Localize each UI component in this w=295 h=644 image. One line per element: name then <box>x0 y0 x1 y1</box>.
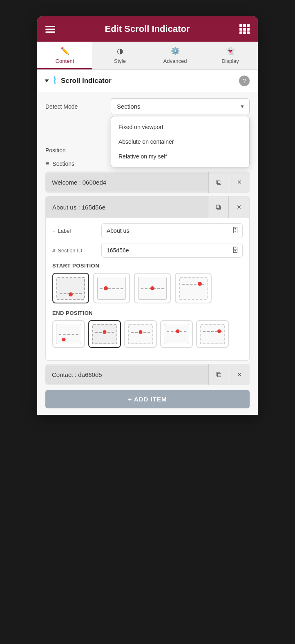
stack-icon-section-id: 🗄 <box>232 247 239 254</box>
detect-mode-row: Detect Mode Sections Elements ▼ Fixed on… <box>45 98 250 114</box>
lines-icon: ≡ <box>45 160 49 167</box>
contact-actions: ⧉ × <box>208 364 250 385</box>
label-icon: ≡ <box>52 228 56 234</box>
contact-remove-btn[interactable]: × <box>229 364 250 385</box>
start-position-section: START position <box>52 263 243 303</box>
tab-display[interactable]: 👻 Display <box>203 42 258 69</box>
detect-mode-label: Detect Mode <box>45 103 111 110</box>
panel: Edit Scroll Indicator ✏️ Content ◑ Style… <box>37 16 258 415</box>
hash-icon: # <box>52 247 55 254</box>
label-input-wrapper: 🗄 <box>101 223 243 238</box>
hamburger-icon[interactable] <box>45 26 55 33</box>
dropdown-item-absolute[interactable]: Absolute on container <box>111 134 249 149</box>
section-id-input-wrapper: 🗄 <box>101 243 243 258</box>
section-id-field-label: # Section ID <box>52 247 101 254</box>
about-expanded-body: ≡ Label 🗄 # Section ID <box>46 218 249 360</box>
about-label: About us : 165d56e <box>46 198 208 216</box>
add-item-button[interactable]: + ADD ITEM <box>45 390 250 408</box>
about-remove-btn[interactable]: × <box>229 196 249 218</box>
end-opt-3[interactable] <box>124 320 157 348</box>
section-header-row: ⌇ Scroll Indicator ? <box>37 70 258 92</box>
section-title: Scroll Indicator <box>61 77 235 85</box>
display-icon: 👻 <box>226 47 235 56</box>
end-position-label: END position <box>52 310 243 316</box>
end-opt-5[interactable] <box>196 320 229 348</box>
label-field-label: ≡ Label <box>52 228 101 234</box>
about-header: About us : 165d56e ⧉ × <box>46 196 249 218</box>
end-opt-2[interactable] <box>88 320 121 348</box>
dropdown-popup: Fixed on viewport Absolute on container … <box>111 116 250 167</box>
start-opt-4[interactable] <box>175 273 212 303</box>
section-item-about: About us : 165d56e ⧉ × ≡ Label 🗄 <box>45 196 250 361</box>
header: Edit Scroll Indicator <box>37 16 258 42</box>
tab-style[interactable]: ◑ Style <box>92 42 148 69</box>
dropdown-item-fixed[interactable]: Fixed on viewport <box>111 120 249 134</box>
scroll-indicator-icon: ⌇ <box>52 76 57 86</box>
section-item-header-contact: Contact : da660d5 ⧉ × <box>45 364 250 385</box>
section-id-input[interactable] <box>101 243 243 258</box>
tab-content[interactable]: ✏️ Content <box>37 42 92 69</box>
welcome-label: Welcome : 0600ed4 <box>45 173 208 192</box>
contact-copy-btn[interactable]: ⧉ <box>209 364 229 385</box>
start-position-label: START position <box>52 263 243 269</box>
about-actions: ⧉ × <box>208 196 249 218</box>
start-position-options <box>52 273 243 303</box>
header-title: Edit Scroll Indicator <box>55 24 239 34</box>
welcome-remove-btn[interactable]: × <box>229 172 250 193</box>
end-opt-4[interactable] <box>160 320 193 348</box>
style-icon: ◑ <box>117 47 123 56</box>
collapse-arrow[interactable] <box>45 80 49 82</box>
end-position-section: END position <box>52 310 243 348</box>
section-id-input-row: # Section ID 🗄 <box>52 243 243 258</box>
section-item-contact: Contact : da660d5 ⧉ × <box>45 364 250 385</box>
position-label: Position <box>45 147 111 154</box>
start-opt-2[interactable] <box>93 273 130 303</box>
section-item-welcome: Welcome : 0600ed4 ⧉ × <box>45 172 250 193</box>
content-icon: ✏️ <box>60 47 69 56</box>
start-opt-3[interactable] <box>134 273 171 303</box>
dropdown-item-relative[interactable]: Relative on my self <box>111 149 249 164</box>
sections-text: Sections <box>52 160 74 167</box>
stack-icon-label: 🗄 <box>232 227 239 234</box>
section-item-header-welcome: Welcome : 0600ed4 ⧉ × <box>45 172 250 193</box>
welcome-copy-btn[interactable]: ⧉ <box>209 172 229 193</box>
label-input-row: ≡ Label 🗄 <box>52 223 243 238</box>
welcome-actions: ⧉ × <box>208 172 250 193</box>
content-area: Detect Mode Sections Elements ▼ Fixed on… <box>37 92 258 415</box>
contact-label: Contact : da660d5 <box>45 365 208 384</box>
info-icon[interactable]: ? <box>239 76 250 86</box>
detect-mode-select[interactable]: Sections Elements <box>111 98 250 114</box>
label-input[interactable] <box>101 223 243 238</box>
about-copy-btn[interactable]: ⧉ <box>208 196 229 218</box>
grid-icon[interactable] <box>239 24 250 34</box>
start-opt-1[interactable] <box>52 273 89 303</box>
tabs-bar: ✏️ Content ◑ Style ⚙️ Advanced 👻 Display <box>37 42 258 70</box>
end-opt-1[interactable] <box>52 320 85 348</box>
detect-mode-select-wrapper: Sections Elements ▼ Fixed on viewport Ab… <box>111 98 250 114</box>
advanced-icon: ⚙️ <box>171 47 180 56</box>
tab-advanced[interactable]: ⚙️ Advanced <box>148 42 203 69</box>
end-position-options <box>52 320 243 348</box>
